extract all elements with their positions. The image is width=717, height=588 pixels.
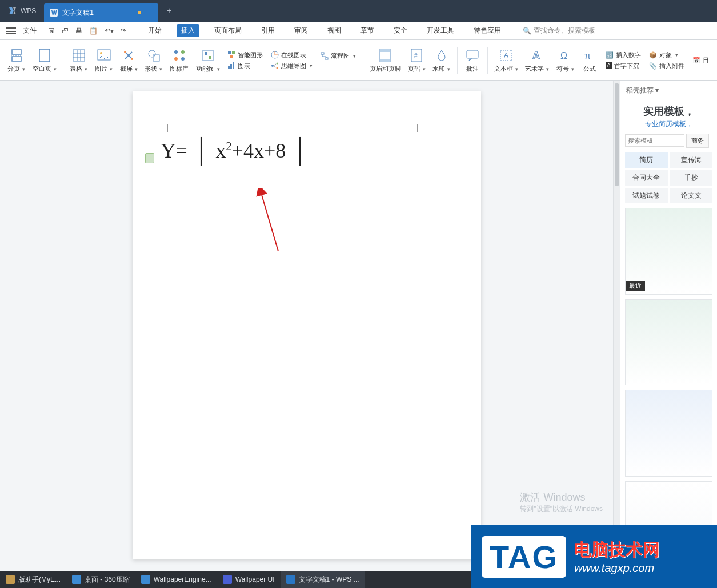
screenshot-button[interactable]: 截屏: [117, 40, 141, 80]
paragraph-marker-icon[interactable]: [145, 153, 154, 163]
page-break-label: 分页: [7, 65, 25, 73]
taskbar-item[interactable]: 桌面 - 360压缩: [66, 571, 135, 588]
symbol-button[interactable]: Ω 符号: [553, 40, 577, 80]
taskbar-item-active[interactable]: 文字文稿1 - WPS ...: [281, 571, 365, 588]
tab-page-layout[interactable]: 页面布局: [210, 24, 246, 37]
wordart-label: 艺术字: [525, 65, 549, 73]
textbox-label: 文本框: [494, 65, 518, 73]
tab-developer[interactable]: 开发工具: [422, 24, 459, 37]
smart-graphic-button[interactable]: 智能图形: [227, 51, 263, 59]
blank-page-button[interactable]: 空白页: [30, 40, 59, 80]
print-preview-icon[interactable]: 🗗: [62, 27, 69, 35]
number-icon: 🔢: [606, 51, 614, 59]
svg-point-31: [271, 65, 274, 67]
category-poster[interactable]: 宣传海: [670, 152, 712, 168]
template-search-category[interactable]: 商务: [686, 134, 709, 148]
tab-special[interactable]: 特色应用: [469, 24, 506, 37]
template-thumbnail[interactable]: [625, 390, 712, 477]
taskbar-item[interactable]: WallpaperEngine...: [135, 571, 217, 588]
picture-button[interactable]: 图片: [92, 40, 116, 80]
watermark-overlay: TAG 电脑技术网 www.tagxp.com: [471, 525, 717, 588]
date-button[interactable]: 📅日: [692, 56, 709, 65]
separator: [487, 47, 488, 74]
tab-view[interactable]: 视图: [323, 24, 346, 37]
insert-extra-column-2: 📦对象 📎插入附件: [646, 49, 688, 73]
category-paper[interactable]: 论文文: [670, 188, 712, 203]
redo-icon[interactable]: ↷: [121, 27, 126, 35]
object-button[interactable]: 📦对象: [649, 51, 684, 59]
equation-button[interactable]: π 公式: [578, 40, 601, 80]
undo-icon[interactable]: ↶▾: [105, 27, 114, 35]
file-menu[interactable]: 文件: [23, 26, 37, 35]
tab-chapter[interactable]: 章节: [356, 24, 379, 37]
template-thumbnail[interactable]: [625, 299, 712, 386]
textbox-button[interactable]: A 文本框: [491, 40, 521, 80]
watermark-button[interactable]: 水印: [430, 40, 454, 80]
func-diagram-button[interactable]: 功能图: [193, 40, 222, 80]
picture-icon: [96, 47, 112, 63]
svg-text:π: π: [584, 51, 591, 61]
tab-references[interactable]: 引用: [257, 24, 279, 37]
wordart-button[interactable]: A 艺术字: [522, 40, 552, 80]
search-icon: 🔍: [523, 27, 531, 35]
mindmap-button[interactable]: 思维导图: [271, 62, 313, 70]
insert-number-button[interactable]: 🔢插入数字: [606, 51, 641, 59]
comment-button[interactable]: 批注: [461, 40, 484, 80]
flowchart-button[interactable]: 流程图: [321, 51, 356, 60]
category-handout[interactable]: 手抄: [670, 170, 712, 186]
table-button[interactable]: 表格: [67, 40, 91, 80]
hamburger-icon[interactable]: [6, 27, 16, 34]
red-arrow-annotation-icon: [255, 188, 290, 257]
screenshot-label: 截屏: [120, 65, 138, 73]
drop-cap-label: 首字下沉: [614, 62, 639, 70]
title-bar: WPS W 文字文稿1 +: [0, 0, 717, 22]
svg-line-47: [261, 193, 278, 251]
date-label: 日: [703, 56, 709, 65]
app-tab[interactable]: WPS: [0, 0, 44, 22]
attachment-button[interactable]: 📎插入附件: [649, 62, 684, 70]
svg-point-17: [174, 50, 178, 54]
chart-button[interactable]: 图表: [227, 62, 263, 70]
category-resume[interactable]: 简历: [625, 152, 668, 168]
paste-icon[interactable]: 📋: [89, 27, 98, 35]
taskbar-label: Wallpaper UI: [235, 575, 275, 583]
print-icon[interactable]: 🖶: [75, 27, 82, 35]
vertical-scrollbar[interactable]: [613, 81, 620, 571]
equation-icon: π: [582, 47, 598, 63]
template-search-input[interactable]: [625, 134, 684, 147]
comment-icon: [464, 47, 480, 63]
svg-rect-16: [153, 55, 159, 61]
tab-insert[interactable]: 插入: [177, 24, 199, 37]
template-thumbnail[interactable]: 最近: [625, 208, 712, 295]
tab-start[interactable]: 开始: [143, 24, 166, 37]
formula-text[interactable]: Y= │ x2+4x+8 │: [161, 137, 452, 164]
command-search[interactable]: 🔍 查找命令、搜索模板: [523, 26, 595, 35]
scrollbar-thumb[interactable]: [615, 83, 619, 186]
svg-rect-27: [228, 66, 230, 69]
taskbar-item[interactable]: Wallpaper UI: [217, 571, 281, 588]
category-exam[interactable]: 试题试卷: [625, 188, 668, 203]
icon-library-button[interactable]: 图标库: [167, 40, 192, 80]
page-break-button[interactable]: 分页: [5, 40, 29, 80]
shapes-button[interactable]: 形状: [142, 40, 166, 80]
watermark-label: 水印: [432, 65, 450, 73]
tab-review[interactable]: 审阅: [290, 24, 313, 37]
category-contract[interactable]: 合同大全: [625, 170, 668, 186]
template-search: 商务: [625, 134, 712, 148]
new-tab-button[interactable]: +: [158, 0, 179, 22]
save-icon[interactable]: 🖫: [48, 27, 55, 35]
svg-point-13: [124, 51, 126, 53]
object-icon: 📦: [649, 51, 657, 59]
svg-point-20: [181, 57, 185, 61]
taskbar-item[interactable]: 版助手(MyE...: [0, 571, 66, 588]
header-footer-button[interactable]: 页眉和页脚: [367, 40, 404, 80]
document-tab[interactable]: W 文字文稿1: [44, 3, 158, 22]
template-thumbnails: 最近: [620, 204, 717, 571]
drop-cap-button[interactable]: 🅰首字下沉: [606, 62, 641, 70]
online-chart-button[interactable]: 在线图表: [271, 51, 313, 59]
page-number-button[interactable]: # 页码: [404, 40, 428, 80]
textbox-icon: A: [498, 47, 514, 63]
ribbon-tabs: 开始 插入 页面布局 引用 审阅 视图 章节 安全 开发工具 特色应用: [143, 24, 506, 37]
tab-security[interactable]: 安全: [389, 24, 412, 37]
margin-corner-icon: [417, 124, 425, 132]
